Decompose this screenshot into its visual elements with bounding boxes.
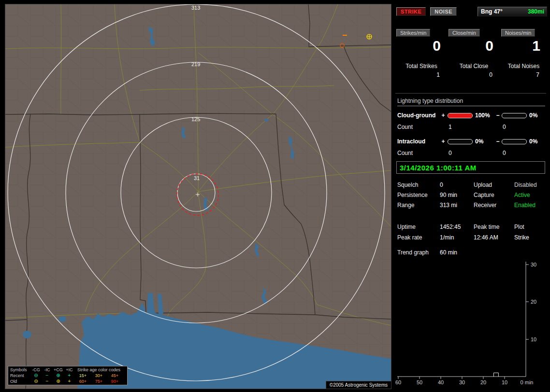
cg-plus-pct: 100% xyxy=(473,112,494,119)
capture-label: Capture xyxy=(474,192,514,198)
range-label: Range xyxy=(397,202,440,209)
legend-old-label: Old xyxy=(9,378,30,384)
noise-circle-plus-icon xyxy=(367,34,372,39)
x-tick-20: 20 xyxy=(480,379,486,385)
persistence-value: 90 min xyxy=(440,192,474,198)
peak-time-value: 12:46 AM xyxy=(474,234,514,241)
legend-recent-label: Recent xyxy=(9,373,30,378)
total-strikes-value: 1 xyxy=(395,71,448,78)
trend-graph-row: Trend graph 60 min xyxy=(397,249,546,256)
circle-plus-icon: ⊕ xyxy=(53,378,64,384)
x-tick-40: 40 xyxy=(438,379,444,385)
noises-per-min-col: Noises/min 1 xyxy=(500,29,547,54)
minus-icon: − xyxy=(42,378,53,384)
cg-minus-bar xyxy=(502,113,527,118)
distribution-title: Lightning type distribution xyxy=(397,98,545,106)
total-noises-value: 7 xyxy=(500,71,547,78)
age-90: 90+ xyxy=(107,378,123,384)
noises-per-min-value: 1 xyxy=(500,38,547,54)
ic-plus-count: 0 xyxy=(448,150,473,156)
age-30: 30+ xyxy=(91,373,107,378)
strikes-per-min-col: Strikes/min 0 xyxy=(395,29,448,54)
plus-sign: + xyxy=(439,138,448,145)
bearing-range-value: 380mi xyxy=(528,8,547,15)
cg-minus-pct: 0% xyxy=(527,112,545,119)
plot-label: Plot xyxy=(514,224,546,230)
uptime-value: 1452:45 xyxy=(440,224,474,230)
totals-section: Total Strikes 1 Total Close 0 Total Nois… xyxy=(395,63,547,78)
x-tick-60: 60 xyxy=(395,379,401,385)
range-value: 313 mi xyxy=(440,202,474,209)
total-noises-label: Total Noises xyxy=(500,63,547,70)
rates-section: Strikes/min 0 Close/min 0 Noises/min 1 xyxy=(395,29,547,54)
intracloud-label: Intracloud xyxy=(397,138,439,145)
map-legend: Symbols -CG -IC +CG +IC Strike age color… xyxy=(8,366,128,385)
total-close-label: Total Close xyxy=(448,63,500,70)
plot-mode-value: Strike xyxy=(514,234,546,241)
cg-plus-bar-fill xyxy=(448,113,472,118)
noise-button[interactable]: NOISE xyxy=(430,7,457,16)
peak-time-label: Peak time xyxy=(474,224,514,230)
peak-rate-value: 1/min xyxy=(440,234,474,241)
legend-old-row: Old ⊖ − ⊕ + 60+ 75+ 90+ xyxy=(9,378,126,384)
lightning-tracker-app: 313 219 125 31 Symbols -CG -IC xyxy=(0,0,550,392)
x-tick-30: 30 xyxy=(459,379,465,385)
upload-status: Disabled xyxy=(514,182,546,188)
ic-plus-pct: 0% xyxy=(473,138,494,145)
plus-icon: + xyxy=(64,373,75,378)
x-tick-10: 10 xyxy=(502,379,507,385)
cloud-ground-label: Cloud-ground xyxy=(397,112,439,119)
plus-sign: + xyxy=(439,112,448,119)
minus-sign: − xyxy=(494,138,502,145)
age-75: 75+ xyxy=(91,378,107,384)
trend-axes xyxy=(397,262,526,377)
total-close-value: 0 xyxy=(448,71,500,78)
ic-count-row: Count 0 0 xyxy=(397,148,545,158)
status-panel: STRIKE NOISE Bng 47° 380mi Strikes/min 0… xyxy=(395,4,547,388)
uptime-label: Uptime xyxy=(397,224,440,230)
uptime-stats-section: Uptime 1452:45 Peak time Plot Peak rate … xyxy=(397,224,546,241)
circle-minus-icon: ⊖ xyxy=(30,378,42,384)
legend-header-row: Symbols -CG -IC +CG +IC Strike age color… xyxy=(9,367,126,373)
strike-button[interactable]: STRIKE xyxy=(396,7,426,16)
intracloud-row: Intracloud + 0% − 0% xyxy=(397,137,545,146)
age-60: 60+ xyxy=(75,378,91,384)
total-strikes-col: Total Strikes 1 xyxy=(395,63,448,78)
minus-icon: − xyxy=(42,373,53,378)
upload-label: Upload xyxy=(474,182,514,188)
ic-plus-bar xyxy=(448,139,473,144)
y-tick-10: 10 xyxy=(531,336,536,342)
plus-icon: + xyxy=(64,378,75,384)
capture-status: Active xyxy=(514,192,546,198)
bearing-value: Bng 47° xyxy=(478,8,503,15)
cloud-ground-row: Cloud-ground + 100% − 0% xyxy=(397,111,545,120)
legend-recent-row: Recent ⊖ − ⊕ + 15+ 30+ 45+ xyxy=(9,373,126,378)
strikes-per-min-value: 0 xyxy=(395,38,448,54)
trend-spike xyxy=(493,373,498,377)
ring-label-219: 219 xyxy=(191,61,200,67)
strikes-per-min-label: Strikes/min xyxy=(396,29,430,37)
cg-minus-count: 0 xyxy=(502,124,527,130)
peak-rate-label: Peak rate xyxy=(397,234,440,241)
legend-age-header: Strike age color codes xyxy=(75,367,123,373)
ring-label-313: 313 xyxy=(191,5,200,11)
noises-per-min-label: Noises/min xyxy=(501,29,535,37)
persistence-label: Persistence xyxy=(397,192,440,198)
cg-plus-count: 1 xyxy=(448,124,473,130)
count-label: Count xyxy=(397,124,439,130)
squelch-label: Squelch xyxy=(397,182,440,188)
trend-graph-label: Trend graph xyxy=(397,249,440,256)
legend-col-pos-ic: +IC xyxy=(64,367,75,373)
bearing-range-display: Bng 47° 380mi xyxy=(478,7,547,16)
count-label: Count xyxy=(397,150,439,156)
lightning-map[interactable]: 313 219 125 31 Symbols -CG -IC xyxy=(5,4,391,389)
close-per-min-value: 0 xyxy=(448,38,500,54)
receiver-status-section: Squelch 0 Upload Disabled Persistence 90… xyxy=(397,182,546,209)
ic-minus-pct: 0% xyxy=(527,138,545,145)
x-tick-0: 0 min xyxy=(521,379,534,385)
squelch-value: 0 xyxy=(440,182,474,188)
close-per-min-label: Close/min xyxy=(449,29,480,37)
trend-graph: 30 20 10 60 50 40 30 20 10 0 min xyxy=(395,256,547,386)
age-45: 45+ xyxy=(107,373,123,378)
top-toolbar: STRIKE NOISE Bng 47° 380mi xyxy=(396,7,547,16)
